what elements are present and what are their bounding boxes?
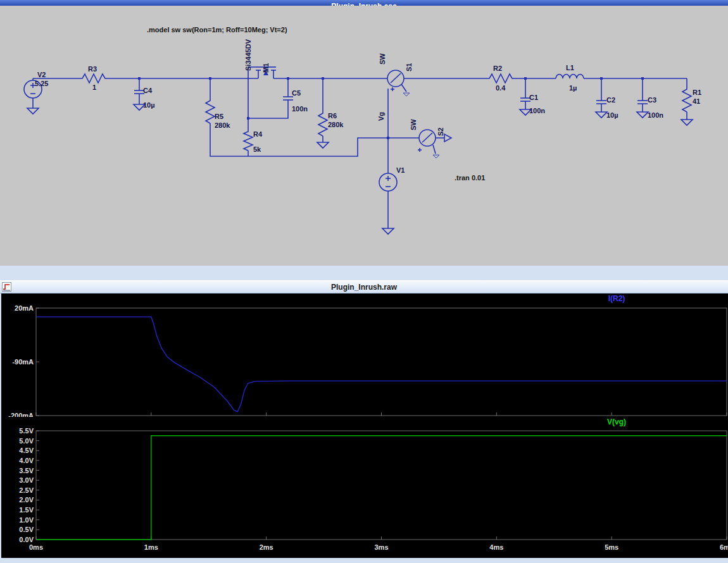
schematic-canvas[interactable]: V2 5.25 R3 1 C4 10µ R5 280k Si3445DV M1 … [0, 6, 728, 266]
component-name[interactable]: R3 [88, 65, 97, 73]
component-name[interactable]: R1 [693, 89, 701, 96]
component-value[interactable]: 280k [328, 121, 344, 128]
ground-symbol [317, 142, 329, 148]
y-tick-label: 4.0V [19, 457, 34, 464]
trace-label[interactable]: V(vg) [607, 418, 626, 426]
x-tick-label: 5ms [605, 543, 618, 551]
mosfet-m1[interactable]: Si3445DV M1 [244, 39, 276, 78]
resistor-r2[interactable]: R2 0.4 [486, 65, 514, 92]
polarity-marks [418, 148, 422, 152]
waveform-plot-area[interactable]: 20mA-90mA-200mAI(R2) 5.5V5.0V4.5V4.0V3.5… [1, 294, 728, 558]
trace-V(vg)[interactable] [36, 436, 727, 540]
y-tick-label: -200mA [8, 412, 34, 417]
switch-s1[interactable]: SW S1 [379, 53, 413, 91]
ground-symbols[interactable] [27, 93, 693, 234]
component-name[interactable]: R6 [328, 112, 337, 120]
plot-pane-voltage[interactable]: 5.5V5.0V4.5V4.0V3.5V3.0V2.5V2.0V1.5V1.0V… [1, 417, 728, 557]
resistor-r3[interactable]: R3 1 [79, 65, 108, 91]
component-name[interactable]: V2 [37, 71, 46, 78]
component-value[interactable]: 280k [215, 121, 230, 129]
component-type[interactable]: SW [379, 53, 386, 65]
x-tick-label: 3ms [374, 543, 388, 551]
pane-border [36, 431, 727, 540]
component-name[interactable]: C4 [143, 87, 153, 94]
component-name[interactable]: C1 [529, 94, 538, 101]
schematic-title: Plugin_Inrush.asc [331, 1, 396, 6]
component-name[interactable]: S1 [405, 63, 413, 71]
x-tick-label: 0ms [29, 543, 43, 551]
resistor-r1[interactable]: R1 41 [682, 87, 701, 112]
net-label-vg[interactable]: Vg [377, 112, 385, 121]
component-type[interactable]: SW [410, 119, 417, 130]
component-value[interactable]: 5k [253, 145, 261, 153]
x-tick-label: 4ms [489, 543, 503, 551]
y-tick-label: 20mA [15, 304, 34, 312]
ground-symbol [596, 112, 607, 118]
component-value[interactable]: 100n [292, 105, 308, 113]
switch-s2[interactable]: SW S2 [410, 119, 451, 152]
ground-symbol [382, 228, 394, 234]
y-tick-label: 4.5V [19, 447, 34, 454]
x-tick-label: 6ms [720, 543, 728, 551]
ground-symbol-small [403, 93, 410, 96]
voltage-source-v2[interactable]: V2 5.25 [24, 71, 48, 98]
component-name[interactable]: R4 [253, 130, 263, 138]
component-value[interactable]: 5.25 [35, 80, 48, 87]
component-name[interactable]: V1 [396, 166, 405, 174]
x-tick-label: 1ms [144, 543, 158, 551]
trace-I(R2)[interactable] [36, 317, 727, 412]
component-name[interactable]: L1 [566, 64, 574, 71]
component-value[interactable]: 1µ [569, 84, 577, 92]
component-value[interactable]: 100n [529, 107, 545, 114]
waveform-titlebar[interactable]: Plugin_Inrush.raw [0, 280, 728, 294]
y-tick-label: 5.5V [19, 427, 34, 435]
resistor-r4[interactable]: R4 5k [244, 130, 263, 153]
schematic-window[interactable]: V2 5.25 R3 1 C4 10µ R5 280k Si3445DV M1 … [0, 6, 728, 266]
y-tick-label: 2.0V [19, 496, 34, 504]
component-name[interactable]: R5 [215, 113, 223, 120]
component-value[interactable]: 0.4 [496, 84, 506, 92]
capacitor-c3[interactable]: C3 100n [637, 96, 663, 119]
wires[interactable] [33, 67, 687, 228]
y-tick-label: 0.0V [19, 536, 34, 543]
waveform-title: Plugin_Inrush.raw [331, 283, 397, 292]
capacitor-c5[interactable]: C5 100n [283, 89, 308, 113]
y-tick-label: 1.0V [19, 516, 34, 524]
y-tick-label: 2.5V [19, 486, 34, 494]
output-arrow [444, 134, 451, 142]
capacitor-c4[interactable]: C4 10µ [134, 87, 155, 109]
x-tick-label: 2ms [260, 543, 273, 551]
y-tick-label: 1.5V [19, 506, 34, 514]
component-part[interactable]: Si3445DV [244, 39, 252, 71]
waveform-icon [2, 282, 11, 292]
inductor-l1[interactable]: L1 1µ [556, 64, 584, 92]
component-name[interactable]: C3 [648, 96, 656, 104]
component-name[interactable]: C2 [606, 96, 615, 104]
resistor-r6[interactable]: R6 280k [318, 111, 344, 136]
ground-symbol [27, 108, 39, 114]
component-name[interactable]: M1 [262, 63, 270, 73]
component-name[interactable]: R2 [493, 65, 502, 72]
schematic-titlebar[interactable]: Plugin_Inrush.asc [0, 0, 728, 6]
component-name[interactable]: S2 [437, 128, 444, 136]
plot-pane-current[interactable]: 20mA-90mA-200mAI(R2) [1, 294, 728, 417]
trace-label[interactable]: I(R2) [608, 294, 625, 303]
spice-directive-model[interactable]: .model sw sw(Ron=1m; Roff=10Meg; Vt=2) [147, 26, 287, 34]
component-value[interactable]: 100n [648, 111, 663, 119]
y-tick-label: 0.5V [19, 526, 34, 533]
voltage-source-v1[interactable]: V1 [379, 166, 405, 191]
capacitor-c1[interactable]: C1 100n [520, 94, 545, 114]
polarity-marks [391, 87, 394, 91]
polarity-marks [386, 176, 391, 187]
pane-border [36, 308, 727, 416]
component-name[interactable]: C5 [292, 89, 301, 97]
y-tick-label: 5.0V [19, 437, 34, 445]
spice-directive-tran[interactable]: .tran 0.01 [455, 174, 485, 182]
ground-symbol-small [433, 155, 439, 158]
y-tick-label: 3.5V [19, 467, 34, 474]
resistor-r5[interactable]: R5 280k [206, 98, 230, 129]
component-value[interactable]: 10µ [143, 101, 155, 109]
component-value[interactable]: 1 [92, 84, 96, 91]
component-value[interactable]: 41 [693, 97, 700, 105]
component-value[interactable]: 10µ [606, 111, 618, 119]
